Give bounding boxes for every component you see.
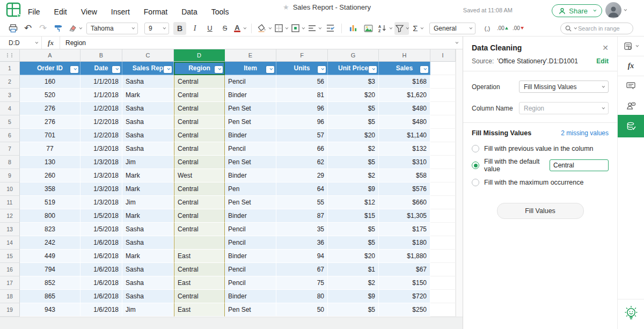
vertical-scrollbar[interactable] [456,49,463,317]
search-input[interactable] [578,25,626,32]
cell[interactable]: $168 [379,75,430,89]
cell[interactable]: $3 [328,75,379,89]
strikethrough-button[interactable]: S [218,22,231,35]
column-header-G[interactable]: G [328,49,379,62]
cell[interactable] [430,263,456,276]
cell[interactable]: Jim [122,156,174,169]
cell[interactable]: 81 [276,89,328,102]
cell[interactable]: 56 [276,75,328,89]
cell[interactable]: Central [174,263,225,276]
cell[interactable]: $1,880 [379,250,430,263]
cell[interactable]: Central [174,223,225,236]
cell[interactable]: 130 [20,156,80,169]
filter-dropdown-icon[interactable] [164,66,172,73]
cell[interactable]: 449 [20,250,80,263]
row-number-18[interactable]: 18 [0,290,20,303]
cell[interactable]: $20 [328,129,379,142]
cell[interactable]: Jim [122,303,174,317]
functions-icon[interactable]: fx [618,56,644,76]
table-header-unit-price[interactable]: Unit Price [328,62,379,75]
cell[interactable]: $5 [328,115,379,129]
operation-select[interactable]: Fill Missing Values [519,81,609,93]
table-header-item[interactable]: Item [225,62,276,75]
discussions-icon[interactable] [618,96,644,115]
cell[interactable]: Binder [225,250,276,263]
cell[interactable]: Pencil [225,263,276,276]
cell[interactable]: 67 [276,263,328,276]
horizontal-align-button[interactable] [307,22,321,35]
cell[interactable]: 823 [20,223,80,236]
cell[interactable]: 1/2/2018 [80,115,122,129]
comments-icon[interactable] [618,76,644,96]
cell[interactable] [430,303,456,317]
cell[interactable]: 1/3/2018 [80,196,122,209]
cell[interactable]: $5 [328,303,379,317]
cell[interactable]: 943 [20,303,80,317]
document-title[interactable]: Sales Report - Stationery [293,3,371,11]
app-logo-icon[interactable] [5,2,23,21]
cell[interactable]: $67 [379,263,430,276]
data-cleaning-icon[interactable] [618,115,644,137]
cell[interactable]: Jim [122,196,174,209]
cell[interactable]: 701 [20,129,80,142]
cell[interactable]: 1/6/2018 [80,250,122,263]
filter-dropdown-icon[interactable] [420,66,428,73]
cell[interactable]: Central [174,156,225,169]
cell[interactable]: 1/3/2018 [80,182,122,196]
cell[interactable]: 520 [20,89,80,102]
cell[interactable]: $2 [328,169,379,182]
filter-dropdown-icon[interactable] [266,66,274,73]
cell[interactable] [430,223,456,236]
cell[interactable]: $720 [379,290,430,303]
cell[interactable] [430,115,456,129]
column-header-C[interactable]: C [122,49,174,62]
menu-edit[interactable]: Edit [54,8,67,16]
radio-icon[interactable] [472,162,479,169]
filter-dropdown-icon[interactable] [215,66,223,73]
cell[interactable]: $1 [328,263,379,276]
row-number-2[interactable]: 2 [0,75,20,89]
insert-chart-button[interactable] [347,22,360,35]
cell[interactable]: 276 [20,102,80,115]
cell[interactable]: Central [174,75,225,89]
filter-button[interactable] [394,22,409,35]
sort-button[interactable]: A Z [377,22,392,35]
row-number-9[interactable]: 9 [0,169,20,182]
row-number-4[interactable]: 4 [0,102,20,115]
cell[interactable]: 276 [20,115,80,129]
cell[interactable]: Pencil [225,236,276,250]
row-number-10[interactable]: 10 [0,182,20,196]
increase-decimal-button[interactable]: .00 [496,22,509,35]
menu-view[interactable]: View [81,8,97,16]
row-number-12[interactable]: 12 [0,209,20,223]
cell[interactable]: Pencil [225,276,276,290]
italic-button[interactable]: I [188,22,201,35]
table-header-order-id[interactable]: Order ID [20,62,80,75]
cell[interactable]: Sasha [122,142,174,156]
insert-function-button[interactable]: fx [42,36,60,49]
cell[interactable]: Binder [225,129,276,142]
cell[interactable] [430,209,456,223]
cell[interactable]: 55 [276,196,328,209]
cell[interactable]: $5 [328,156,379,169]
cell[interactable]: Central [174,89,225,102]
option-fill-previous[interactable]: Fill with previous value in the column [463,139,617,153]
bold-button[interactable]: B [173,22,186,35]
row-number-14[interactable]: 14 [0,236,20,250]
print-button[interactable] [6,22,19,35]
cell[interactable]: 94 [276,250,328,263]
cell[interactable] [430,62,456,75]
row-number-16[interactable]: 16 [0,263,20,276]
cell[interactable]: 62 [276,156,328,169]
cell[interactable]: $1,305 [379,209,430,223]
cell[interactable]: $250 [379,303,430,317]
cell[interactable]: 260 [20,169,80,182]
cell[interactable]: $576 [379,182,430,196]
cell[interactable]: Binder [225,209,276,223]
edit-source-link[interactable]: Edit [596,57,609,65]
cell[interactable]: 865 [20,290,80,303]
cell[interactable]: $175 [379,223,430,236]
cell[interactable]: Sasha [122,290,174,303]
cell[interactable]: $12 [328,196,379,209]
cell[interactable]: Pen Set [225,102,276,115]
